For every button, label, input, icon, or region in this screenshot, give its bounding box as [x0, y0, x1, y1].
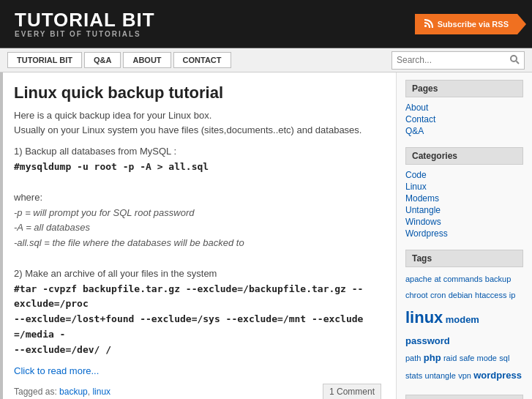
tag-cron[interactable]: cron: [430, 291, 446, 299]
left-accent-bar: [0, 72, 3, 399]
post-1-read-more[interactable]: Click to read more...: [14, 365, 381, 376]
site-tagline: EVERY BIT OF TUTORIALS: [15, 30, 155, 38]
search-icon: [509, 54, 520, 67]
post-1-comment-count[interactable]: 1 Comment: [323, 384, 381, 399]
tags-cloud: apache at commands backup chroot cron de…: [405, 272, 523, 384]
tag-vpn[interactable]: vpn: [458, 371, 471, 380]
tag-htaccess[interactable]: htaccess: [475, 291, 506, 299]
sidebar-cat-modems[interactable]: Modems: [405, 193, 523, 204]
sidebar-archives-heading: Archives: [405, 395, 523, 399]
tag-safe-mode[interactable]: safe mode: [460, 354, 497, 362]
sidebar-page-about[interactable]: About: [405, 102, 523, 113]
sidebar-categories-heading: Categories: [405, 147, 523, 165]
sidebar-cat-windows[interactable]: Windows: [405, 216, 523, 228]
svg-point-1: [511, 56, 517, 61]
tag-untangle[interactable]: untangle: [425, 371, 456, 380]
tag-chroot[interactable]: chroot: [405, 291, 428, 299]
rss-subscribe-button[interactable]: Subscribe via RSS: [415, 14, 517, 34]
sidebar-pages-section: Pages About Contact Q&A: [405, 80, 523, 137]
sidebar-page-contact[interactable]: Contact: [405, 113, 523, 125]
post-1-body: 1) Backup all databases from MySQL : #my…: [14, 144, 381, 357]
sidebar-pages-heading: Pages: [405, 80, 523, 97]
tag-modem[interactable]: modem: [446, 314, 479, 325]
tag-php[interactable]: php: [424, 352, 441, 363]
nav-item-qa[interactable]: Q&A: [84, 52, 121, 68]
tag-at-commands[interactable]: at commands: [434, 275, 482, 283]
sidebar: Pages About Contact Q&A Categories Code …: [397, 72, 532, 399]
nav-item-contact[interactable]: CONTACT: [173, 52, 231, 68]
sidebar-tags-heading: Tags: [405, 250, 523, 267]
tag-path[interactable]: path: [405, 354, 421, 362]
sidebar-tags-section: Tags apache at commands backup chroot cr…: [405, 250, 523, 384]
nav-item-home[interactable]: TUTORIAL BIT: [7, 52, 82, 68]
site-brand: TUTORIAL BIT EVERY BIT OF TUTORIALS: [15, 10, 155, 39]
tag-stats[interactable]: stats: [405, 371, 422, 380]
tag-debian[interactable]: debian: [449, 291, 473, 299]
search-input[interactable]: [397, 55, 506, 65]
site-header: TUTORIAL BIT EVERY BIT OF TUTORIALS Subs…: [0, 0, 532, 48]
tag-raid[interactable]: raid: [443, 354, 457, 362]
sidebar-categories-section: Categories Code Linux Modems Untangle Wi…: [405, 147, 523, 239]
tag-password[interactable]: password: [405, 335, 450, 346]
rss-icon: [424, 18, 434, 30]
sidebar-cat-wordpress[interactable]: Wordpress: [405, 228, 523, 239]
post-1-footer: Tagged as: backup, linux 1 Comment: [14, 384, 381, 399]
post-1-tags: Tagged as: backup, linux: [14, 387, 110, 397]
post-1-title: Linux quick backup tutorial: [14, 83, 381, 102]
tag-backup[interactable]: backup: [485, 275, 511, 283]
sidebar-cat-untangle[interactable]: Untangle: [405, 204, 523, 216]
post-1-intro: Here is a quick backup idea for your Lin…: [14, 108, 381, 137]
nav-item-about[interactable]: ABOUT: [123, 52, 171, 68]
sidebar-cat-linux[interactable]: Linux: [405, 181, 523, 193]
sidebar-cat-code[interactable]: Code: [405, 169, 523, 181]
main-nav: TUTORIAL BIT Q&A ABOUT CONTACT: [0, 48, 532, 72]
tag-apache[interactable]: apache: [405, 275, 432, 283]
sidebar-page-qa[interactable]: Q&A: [405, 125, 523, 137]
tag-sql[interactable]: sql: [499, 354, 509, 362]
site-title[interactable]: TUTORIAL BIT: [15, 10, 155, 31]
sidebar-archives-section: Archives: [405, 395, 523, 399]
tag-ip[interactable]: ip: [509, 291, 516, 299]
tag-linux[interactable]: linux: [92, 387, 110, 397]
tag-wordpress[interactable]: wordpress: [473, 370, 522, 381]
search-box: [391, 51, 525, 70]
tag-backup[interactable]: backup: [59, 387, 88, 397]
main-layout: Linux quick backup tutorial Here is a qu…: [0, 72, 532, 399]
tag-linux-large[interactable]: linux: [405, 308, 443, 327]
rss-label: Subscribe via RSS: [438, 20, 509, 29]
svg-line-2: [517, 61, 520, 64]
svg-rect-0: [424, 25, 427, 27]
post-1: Linux quick backup tutorial Here is a qu…: [14, 83, 381, 399]
content-area: Linux quick backup tutorial Here is a qu…: [3, 72, 397, 399]
